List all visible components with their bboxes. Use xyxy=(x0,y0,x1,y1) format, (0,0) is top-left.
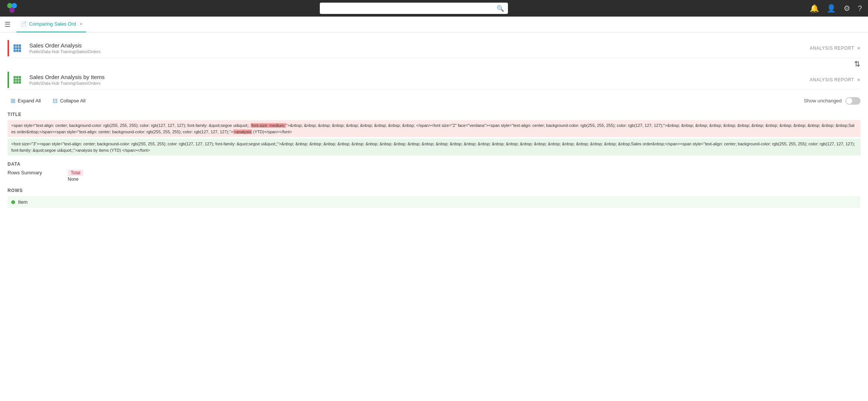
user-icon[interactable]: 👤 xyxy=(827,4,836,13)
report-close-2[interactable]: × xyxy=(857,77,860,83)
search-wrapper: 🔍 xyxy=(320,3,508,14)
expand-all-icon: ⊞ xyxy=(11,97,15,104)
search-input[interactable] xyxy=(320,3,493,14)
show-unchanged-toggle[interactable] xyxy=(845,97,860,105)
diff-green-block: <font size="3"><span style="text-align: … xyxy=(8,139,860,156)
show-unchanged-label: Show unchanged xyxy=(804,98,842,104)
report-info-2: Sales Order Analysis by Items Public\Dat… xyxy=(29,74,105,85)
svg-point-1 xyxy=(12,3,17,8)
title-section-header: TITLE xyxy=(8,112,860,117)
tabbar: ☰ 📄 Comparing Sales Ord × xyxy=(0,17,868,32)
report-card-right-2: ANALYSIS REPORT × xyxy=(810,77,860,83)
data-section-header: DATA xyxy=(8,162,860,167)
report-card-left-1: Sales Order Analysis Public\Data Hub Tra… xyxy=(14,42,100,54)
tab-doc-icon: 📄 xyxy=(20,21,27,27)
notification-icon[interactable]: 🔔 xyxy=(810,4,819,13)
tab-close-button[interactable]: × xyxy=(80,21,82,27)
report-card-right-1: ANALYSIS REPORT × xyxy=(810,45,860,51)
tab-comparing-sales[interactable]: 📄 Comparing Sales Ord × xyxy=(17,17,86,32)
tab-label: Comparing Sales Ord xyxy=(29,21,76,27)
collapse-all-icon: ⊟ xyxy=(53,97,58,104)
report-path-2: Public\Data Hub Training\Sales\Orders xyxy=(29,81,105,85)
collapse-all-button[interactable]: ⊟ Collapse All xyxy=(50,96,88,106)
main-content: Sales Order Analysis Public\Data Hub Tra… xyxy=(0,32,868,401)
rows-item: Item xyxy=(8,196,860,208)
report-grid-icon-2 xyxy=(14,76,21,84)
svg-point-0 xyxy=(7,3,12,8)
rows-item-label: Item xyxy=(18,199,27,205)
topbar-right: 🔔 👤 ⚙ ? xyxy=(810,4,862,13)
report-card-left-2: Sales Order Analysis by Items Public\Dat… xyxy=(14,74,105,85)
rows-section: ROWS Item xyxy=(8,188,860,208)
report-accent-2 xyxy=(8,72,9,88)
svg-point-2 xyxy=(9,8,15,13)
diff-red-highlight-1: font-size: medium; xyxy=(251,123,286,128)
expand-all-button[interactable]: ⊞ Expand All xyxy=(8,96,44,106)
report-type-2: ANALYSIS REPORT xyxy=(810,77,854,82)
rows-section-header: ROWS xyxy=(8,188,860,193)
controls-left: ⊞ Expand All ⊟ Collapse All xyxy=(8,96,88,106)
none-badge: None xyxy=(68,177,83,182)
total-badge: Total xyxy=(68,170,83,176)
collapse-all-label: Collapse All xyxy=(60,98,85,104)
report-grid-icon-1 xyxy=(14,44,21,52)
diff-red-block: <span style="text-align: center; backgro… xyxy=(8,120,860,137)
report-title-2: Sales Order Analysis by Items xyxy=(29,74,105,80)
help-icon[interactable]: ? xyxy=(858,4,862,13)
controls-right: Show unchanged xyxy=(804,97,860,105)
data-section: DATA Rows Summary Total None xyxy=(8,162,860,182)
report-card-2: Sales Order Analysis by Items Public\Dat… xyxy=(8,70,860,90)
report-card-1: Sales Order Analysis Public\Data Hub Tra… xyxy=(8,38,860,58)
menu-icon[interactable]: ☰ xyxy=(5,20,11,29)
swap-icon-container: ⇅ xyxy=(8,58,860,70)
rows-summary-label: Rows Summary xyxy=(8,170,53,175)
search-container: 🔍 xyxy=(24,3,804,14)
app-logo[interactable] xyxy=(6,2,18,15)
report-close-1[interactable]: × xyxy=(857,45,860,51)
search-button[interactable]: 🔍 xyxy=(493,5,508,12)
rows-summary-row: Rows Summary Total None xyxy=(8,170,860,182)
settings-icon[interactable]: ⚙ xyxy=(844,4,850,13)
diff-red-highlight-2: >analysis xyxy=(233,130,252,134)
report-path-1: Public\Data Hub Training\Sales\Orders xyxy=(29,49,100,54)
report-accent-1 xyxy=(8,40,9,56)
expand-all-label: Expand All xyxy=(18,98,41,104)
rows-item-dot xyxy=(11,200,15,204)
report-title-1: Sales Order Analysis xyxy=(29,42,100,49)
topbar: 🔍 🔔 👤 ⚙ ? xyxy=(0,0,868,17)
controls-row: ⊞ Expand All ⊟ Collapse All Show unchang… xyxy=(8,96,860,106)
swap-icon[interactable]: ⇅ xyxy=(854,59,860,69)
report-type-1: ANALYSIS REPORT xyxy=(810,46,854,51)
report-info-1: Sales Order Analysis Public\Data Hub Tra… xyxy=(29,42,100,54)
rows-summary-values: Total None xyxy=(68,170,83,182)
